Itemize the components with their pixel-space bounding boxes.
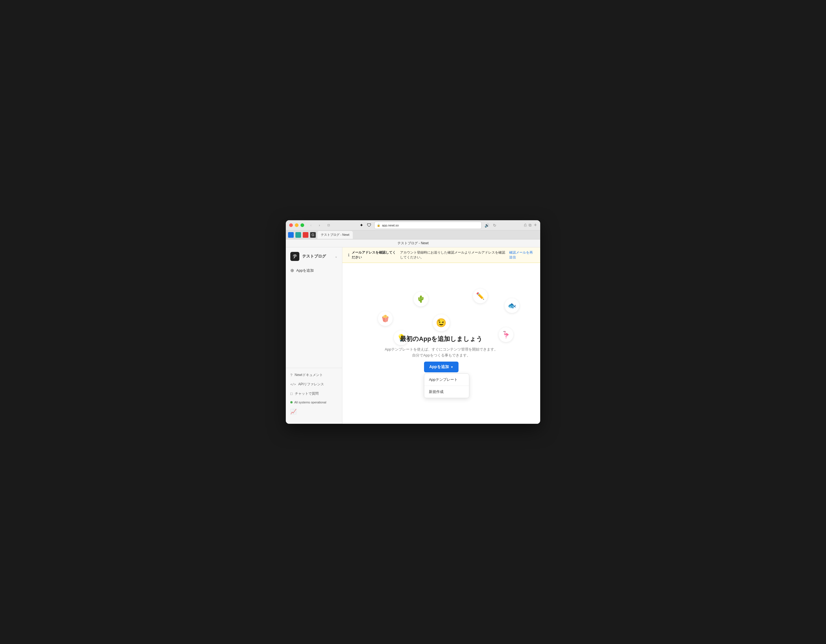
sidebar-link-chat-label: チャットで質問 bbox=[295, 391, 318, 396]
close-button[interactable] bbox=[289, 223, 293, 227]
sidebar-link-chat[interactable]: □ チャットで質問 bbox=[286, 389, 342, 398]
card-description: Appテンプレートを使えば、すぐにコンテンツ管理を開始できます。 自分でAppを… bbox=[385, 347, 498, 358]
analytics-icon: 📈 bbox=[290, 409, 297, 414]
sidebar-title: テストブログ bbox=[302, 254, 332, 259]
traffic-lights bbox=[289, 223, 304, 227]
sidebar-logo: テ bbox=[290, 252, 300, 261]
add-app-button-label: Appを追加 bbox=[429, 365, 449, 369]
address-bar[interactable]: 🔒 app.newt.so bbox=[374, 222, 482, 229]
api-icon: </> bbox=[290, 382, 296, 386]
audio-icon[interactable]: 🔊 bbox=[484, 222, 490, 228]
sidebar-link-api-label: APIリファレンス bbox=[298, 382, 324, 387]
forward-button[interactable]: › bbox=[316, 222, 323, 228]
sidebar-bottom: ? Newtドキュメント </> APIリファレンス □ チャットで質問 All… bbox=[286, 368, 342, 419]
sidebar-link-api[interactable]: </> APIリファレンス bbox=[286, 380, 342, 389]
center-card: 😉 最初のAppを追加しましょう Appテンプレートを使えば、すぐにコンテンツ管… bbox=[385, 314, 498, 372]
content-area: ℹ メールアドレスを確認してください アカウント登録時にお送りした確認メールより… bbox=[342, 247, 540, 424]
add-app-sidebar-button[interactable]: ⊕ Appを追加 bbox=[286, 265, 342, 275]
status-dot bbox=[290, 401, 293, 403]
sidebar-link-docs[interactable]: ? Newtドキュメント bbox=[286, 370, 342, 380]
back-button[interactable]: ‹ bbox=[307, 222, 314, 228]
banner-title: メールアドレスを確認してください bbox=[352, 250, 397, 260]
chat-icon: □ bbox=[290, 391, 293, 396]
add-icon: ⊕ bbox=[290, 268, 294, 273]
tabbar: G テストブログ - Newt bbox=[286, 230, 540, 239]
page-title-text: テストブログ - Newt bbox=[397, 241, 429, 246]
add-app-container: Appを追加 ▼ Appテンプレート 新規作成 bbox=[424, 362, 458, 372]
status-badge: All systems operational bbox=[286, 398, 342, 406]
refresh-icon[interactable]: ↻ bbox=[492, 222, 497, 228]
main-content: 🌵 🍿 💡 ✏️ 🐟 🦩 😉 最初のAppを追加しましょう Appテンプレートを… bbox=[342, 263, 540, 424]
active-tab[interactable]: テストブログ - Newt bbox=[317, 231, 353, 239]
sidebar-analytics[interactable]: 📈 bbox=[286, 406, 342, 417]
dropdown-chevron-icon: ▼ bbox=[450, 366, 453, 369]
emoji-flamingo: 🦩 bbox=[498, 327, 513, 342]
add-app-button[interactable]: Appを追加 ▼ bbox=[424, 362, 458, 372]
card-emoji: 😉 bbox=[433, 314, 450, 331]
status-text: All systems operational bbox=[294, 400, 326, 404]
email-verification-banner: ℹ メールアドレスを確認してください アカウント登録時にお送りした確認メールより… bbox=[342, 247, 540, 263]
emoji-pencil: ✏️ bbox=[473, 289, 488, 303]
card-desc-line1: Appテンプレートを使えば、すぐにコンテンツ管理を開始できます。 bbox=[385, 347, 498, 351]
extension-icon-star[interactable]: ✦ bbox=[359, 222, 364, 228]
banner-info-icon: ℹ bbox=[348, 253, 349, 257]
tab-title: テストブログ - Newt bbox=[321, 233, 349, 237]
titlebar: ‹ › ⊡ ✦ 🛡 🔒 app.newt.so 🔊 ↻ ⎙ ⧉ + bbox=[286, 220, 540, 230]
emoji-cactus: 🌵 bbox=[413, 292, 428, 306]
titlebar-right-icons: ⎙ ⧉ bbox=[524, 223, 531, 228]
dropdown-item-new[interactable]: 新規作成 bbox=[424, 386, 469, 398]
favicon-blue bbox=[288, 232, 294, 238]
favicon-teal bbox=[295, 232, 301, 238]
sidebar: テ テストブログ ⌄ ⊕ Appを追加 ? Newtドキュメント </> API… bbox=[286, 247, 342, 424]
window-icon[interactable]: ⧉ bbox=[529, 223, 531, 228]
browser-window: ‹ › ⊡ ✦ 🛡 🔒 app.newt.so 🔊 ↻ ⎙ ⧉ + G テストブ… bbox=[286, 220, 540, 424]
tab-overview-button[interactable]: ⊡ bbox=[325, 222, 332, 228]
share-icon[interactable]: ⎙ bbox=[524, 223, 526, 228]
sidebar-link-docs-label: Newtドキュメント bbox=[295, 372, 323, 377]
card-title: 最初のAppを追加しましょう bbox=[400, 335, 483, 343]
add-app-sidebar-label: Appを追加 bbox=[296, 268, 314, 273]
emoji-fish: 🐟 bbox=[505, 298, 519, 313]
nav-buttons: ‹ › bbox=[307, 222, 323, 228]
maximize-button[interactable] bbox=[301, 223, 304, 227]
banner-description: アカウント登録時にお送りした確認メールよりメールアドレスを確認してください。 bbox=[400, 250, 507, 260]
page-titlebar: テストブログ - Newt bbox=[286, 239, 540, 247]
main-layout: テ テストブログ ⌄ ⊕ Appを追加 ? Newtドキュメント </> API… bbox=[286, 247, 540, 424]
card-desc-line2: 自分でAppをつくる事もできます。 bbox=[412, 353, 470, 357]
new-tab-button[interactable]: + bbox=[534, 222, 537, 228]
address-bar-area: ✦ 🛡 🔒 app.newt.so 🔊 ↻ bbox=[334, 222, 522, 229]
lock-icon: 🔒 bbox=[377, 223, 380, 227]
sidebar-header[interactable]: テ テストブログ ⌄ bbox=[286, 252, 342, 265]
minimize-button[interactable] bbox=[295, 223, 298, 227]
docs-icon: ? bbox=[290, 373, 292, 377]
sidebar-spacer bbox=[286, 275, 342, 368]
dropdown-item-template[interactable]: Appテンプレート bbox=[424, 374, 469, 386]
resend-email-link[interactable]: 確認メールを再送信 bbox=[509, 250, 534, 260]
extension-icon-shield[interactable]: 🛡 bbox=[366, 222, 372, 228]
sidebar-chevron-icon: ⌄ bbox=[335, 254, 337, 258]
favicon-red bbox=[303, 232, 308, 238]
url-text: app.newt.so bbox=[382, 223, 399, 227]
favicon-dark: G bbox=[310, 232, 316, 238]
add-app-dropdown: Appテンプレート 新規作成 bbox=[424, 374, 469, 398]
